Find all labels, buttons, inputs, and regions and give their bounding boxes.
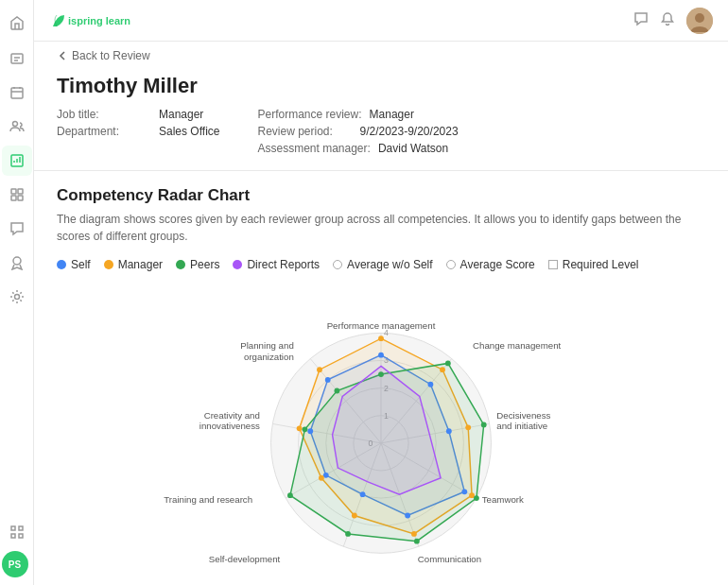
svg-rect-6: [11, 196, 16, 200]
self-dot-5: [360, 491, 366, 497]
logo-svg: ispring learn: [49, 11, 134, 30]
chart-title: Competency Radar Chart: [57, 186, 705, 205]
svg-text:ispring learn: ispring learn: [68, 15, 130, 26]
chat-icon-topbar[interactable]: [633, 11, 649, 29]
axis-label-creativity: Creativity and: [204, 410, 260, 421]
bell-icon-topbar[interactable]: [660, 11, 675, 29]
legend-direct-reports[interactable]: Direct Reports: [233, 258, 320, 271]
peers-dot-2: [481, 422, 487, 428]
sidebar-apps-icon[interactable]: [2, 517, 32, 547]
peers-dot-1: [445, 361, 451, 367]
self-dot-7: [307, 428, 313, 434]
sidebar-achievements-icon[interactable]: [2, 248, 32, 278]
department-row: Department: Sales Office: [57, 125, 219, 138]
chart-description: The diagram shows scores given by each r…: [57, 211, 705, 245]
legend-self-label: Self: [71, 258, 91, 271]
manager-dot-3: [469, 492, 475, 498]
legend-required-level[interactable]: Required Level: [548, 258, 639, 271]
manager-dot-0: [378, 336, 384, 341]
user-avatar-topbar[interactable]: [686, 8, 713, 34]
sidebar-settings-icon[interactable]: [2, 282, 32, 312]
legend-peers[interactable]: Peers: [176, 258, 219, 271]
assessment-manager-value: David Watson: [378, 142, 448, 155]
svg-rect-13: [19, 534, 23, 538]
sidebar-grid-icon[interactable]: [2, 180, 32, 210]
radar-chart-container: 1 2 3 4 0: [126, 283, 636, 585]
required-level-square: [548, 260, 558, 269]
self-dot-3: [461, 489, 467, 494]
content-area: Back to Review Timothy Miller Job title:…: [34, 42, 728, 585]
legend-direct-reports-label: Direct Reports: [247, 258, 320, 271]
app-layout: PS ispring learn: [0, 0, 728, 585]
axis-label-decisiveness: Decisiveness: [496, 410, 550, 421]
legend-required-level-label: Required Level: [563, 258, 639, 271]
back-nav[interactable]: Back to Review: [34, 42, 728, 70]
department-label: Department:: [57, 125, 151, 138]
job-title-label: Job title:: [57, 108, 151, 121]
manager-dot-7: [297, 425, 303, 431]
back-chevron-icon: [57, 50, 68, 61]
profile-name: Timothy Miller: [57, 74, 705, 98]
axis-label-teamwork: Teamwork: [482, 494, 524, 505]
manager-dot-2: [465, 424, 471, 430]
peers-dot-5: [345, 531, 351, 537]
axis-label-communication: Communication: [418, 554, 481, 564]
svg-rect-1: [11, 88, 23, 98]
legend-peers-label: Peers: [190, 258, 219, 271]
avg-wo-self-circle: [333, 260, 342, 269]
svg-rect-11: [19, 526, 23, 530]
performance-review-row: Performance review: Manager: [257, 108, 458, 121]
department-value: Sales Office: [159, 125, 219, 138]
logo: ispring learn: [49, 11, 134, 30]
sidebar-users-icon[interactable]: [2, 112, 32, 142]
axis-label-self-dev: Self-development: [209, 554, 281, 564]
sidebar-home-icon[interactable]: [2, 8, 32, 38]
sidebar-reports-icon[interactable]: [2, 146, 32, 176]
review-period-label: Review period:: [257, 125, 352, 138]
self-dot-4: [405, 513, 410, 519]
manager-dot-1: [440, 367, 445, 372]
legend-avg-wo-self-label: Average w/o Self: [347, 258, 433, 271]
svg-rect-12: [11, 534, 15, 538]
svg-rect-7: [18, 196, 23, 200]
meta-col-left: Job title: Manager Department: Sales Off…: [57, 108, 219, 155]
job-title-row: Job title: Manager: [57, 108, 219, 121]
assessment-manager-row: Assessment manager: David Watson: [257, 142, 458, 155]
topbar-actions: [633, 8, 713, 34]
perf-review-value: Manager: [370, 108, 414, 121]
self-dot-1: [428, 382, 434, 387]
sidebar-courses-icon[interactable]: [2, 43, 32, 74]
legend-self[interactable]: Self: [57, 258, 91, 271]
legend-manager[interactable]: Manager: [104, 258, 163, 271]
perf-review-label: Performance review:: [257, 108, 361, 121]
review-period-value: 9/2/2023-9/20/2023: [359, 125, 458, 138]
chart-legend: Self Manager Peers Direct Reports: [57, 258, 705, 271]
meta-col-right: Performance review: Manager Review perio…: [257, 108, 458, 155]
legend-average-score[interactable]: Average Score: [446, 258, 535, 271]
legend-average-wo-self[interactable]: Average w/o Self: [333, 258, 433, 271]
svg-point-9: [14, 295, 19, 300]
peers-dot-3: [474, 495, 479, 501]
svg-rect-10: [11, 526, 15, 530]
axis-label-creativity2: innovativeness: [199, 421, 260, 431]
axis-label-decisiveness2: and initiative: [496, 421, 547, 431]
legend-manager-label: Manager: [118, 258, 163, 271]
axis-label-training: Training and research: [164, 494, 252, 505]
job-title-value: Manager: [159, 108, 203, 121]
axis-label-planning2: organization: [244, 352, 294, 362]
profile-meta: Job title: Manager Department: Sales Off…: [57, 108, 705, 155]
peers-dot: [176, 260, 185, 269]
svg-rect-0: [11, 54, 23, 63]
peers-dot-8: [335, 388, 340, 394]
self-dot: [57, 260, 66, 269]
user-avatar-sidebar[interactable]: PS: [2, 551, 28, 577]
main-area: ispring learn: [34, 0, 728, 585]
axis-label-planning: Planning and: [240, 340, 294, 351]
sidebar-chat-icon[interactable]: [2, 214, 32, 244]
manager-dot-8: [317, 367, 322, 372]
svg-rect-5: [18, 189, 23, 194]
manager-dot-4: [411, 531, 417, 537]
sidebar-calendar-icon[interactable]: [2, 77, 32, 108]
svg-point-8: [13, 257, 21, 265]
axis-label-change-mgmt: Change management: [473, 340, 561, 351]
